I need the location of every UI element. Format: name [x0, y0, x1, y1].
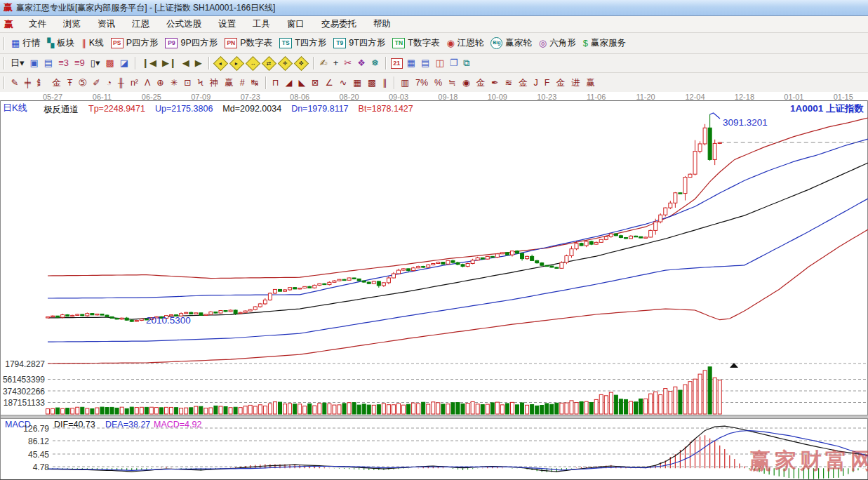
- shen-tool-button[interactable]: 神: [206, 76, 222, 90]
- volume-bar: [446, 404, 450, 414]
- calculator-button[interactable]: ▦: [404, 57, 418, 69]
- toolbar-button-4[interactable]: P99P四方形: [161, 36, 221, 51]
- brush-tool-button[interactable]: ✒: [488, 76, 502, 90]
- export-button[interactable]: ❐: [447, 57, 461, 69]
- calendar-button[interactable]: 21: [391, 58, 403, 69]
- chart-area[interactable]: 05-2706-1106-2507-0907-2308-0608-2009-03…: [0, 92, 868, 480]
- candle-body: [693, 152, 697, 175]
- volume-bar: [91, 409, 94, 414]
- fractal-tool-button[interactable]: ❅: [368, 57, 382, 69]
- pane-separator[interactable]: [1, 415, 868, 419]
- wave-gold-button[interactable]: ≋: [502, 76, 515, 90]
- expand-all-button[interactable]: ✛: [278, 55, 293, 70]
- gold-split-1-button[interactable]: 釒: [34, 76, 49, 90]
- angle-lines-button[interactable]: ∠: [322, 76, 336, 90]
- toolbar-button-11[interactable]: ◎六角形: [535, 36, 580, 51]
- toolbar-button-12[interactable]: $赢家服务: [580, 36, 629, 51]
- thin-candle-dropdown-button[interactable]: ▯▾: [88, 57, 103, 69]
- toolbar-button-9[interactable]: ◉江恩轮: [443, 36, 488, 51]
- compare-button[interactable]: ▩: [102, 57, 116, 69]
- last-page-button[interactable]: ▶❙: [159, 57, 180, 69]
- menu-item-9[interactable]: 帮助: [365, 18, 399, 30]
- percent-tool-button[interactable]: %: [432, 76, 446, 90]
- box-tool-button[interactable]: ⊓: [269, 76, 283, 90]
- cut-tool-button[interactable]: ✂: [341, 57, 354, 69]
- percent-table-button[interactable]: ▥: [398, 76, 413, 90]
- width-measure-button[interactable]: ↹: [248, 76, 261, 90]
- swap-horizontal-button[interactable]: ⇄: [262, 55, 276, 70]
- toolbar-button-5[interactable]: PNP数字表: [221, 36, 276, 51]
- menu-item-6[interactable]: 工具: [244, 18, 279, 30]
- notes-button[interactable]: ▤: [418, 57, 432, 69]
- bars-9-button[interactable]: ≡9: [72, 57, 88, 69]
- color-chart-button[interactable]: ◪: [117, 57, 131, 69]
- bars-3-button[interactable]: ≡3: [55, 57, 72, 69]
- grid-b-button[interactable]: ▩: [365, 76, 380, 90]
- toolbar-button-2[interactable]: ∥K线: [78, 36, 107, 51]
- t-line-button[interactable]: Ŧ: [64, 76, 76, 90]
- gold-speed-button[interactable]: 金: [553, 76, 568, 90]
- gold-split-2-button[interactable]: 金: [49, 76, 65, 90]
- window-layout-button[interactable]: ▣: [27, 57, 41, 69]
- toolbar-button-6[interactable]: TST四方形: [276, 36, 330, 51]
- expand-horizontal-button[interactable]: ↔: [246, 55, 260, 70]
- fan-lines-down-button[interactable]: ◣: [295, 76, 309, 90]
- first-page-button[interactable]: ❙◀: [139, 57, 159, 69]
- save-button[interactable]: ◫: [432, 57, 446, 69]
- ying-tool-button[interactable]: 赢: [222, 76, 237, 90]
- draw-compass-button[interactable]: ✐: [89, 76, 102, 90]
- toolbar-button-10[interactable]: Big赢家轮: [487, 36, 535, 51]
- shift-right-button[interactable]: ▸: [229, 55, 244, 70]
- menu-item-1[interactable]: 浏览: [55, 18, 89, 30]
- gann-tool-button[interactable]: ❖: [354, 57, 368, 69]
- j-angle-button[interactable]: J: [530, 76, 541, 90]
- candle-style-dropdown-button[interactable]: 日▾: [8, 57, 27, 69]
- gold-lines-button[interactable]: 金: [473, 76, 488, 90]
- wave-tool-button[interactable]: ∿: [336, 76, 349, 90]
- menu-item-5[interactable]: 设置: [210, 18, 244, 30]
- time-cycle-button[interactable]: ◔: [103, 76, 115, 90]
- hand-tool-button[interactable]: ✍: [317, 57, 330, 69]
- menu-item-3[interactable]: 江恩: [123, 18, 158, 30]
- parallel-lines-button[interactable]: ∥: [379, 76, 389, 90]
- shift-left-button[interactable]: ◂: [213, 55, 228, 70]
- candle-body: [338, 279, 341, 281]
- angle-mirror-button[interactable]: Λ: [142, 76, 154, 90]
- menu-item-2[interactable]: 资讯: [89, 18, 123, 30]
- page-forward-button[interactable]: ▶: [192, 57, 205, 69]
- center-view-button[interactable]: ✜: [294, 55, 309, 70]
- grid-123-button[interactable]: #: [236, 76, 248, 90]
- f-angle-button[interactable]: F: [541, 76, 553, 90]
- circle-cross-button[interactable]: ⊕: [154, 76, 167, 90]
- shaded-box-button[interactable]: ⊠: [309, 76, 322, 90]
- five-segment-button[interactable]: ➄: [76, 76, 89, 90]
- toolbar-button-0[interactable]: ▦行情: [8, 36, 44, 51]
- star-cycle-button[interactable]: ✳: [167, 76, 180, 90]
- percent-lines-button[interactable]: ≒: [446, 76, 460, 90]
- draw-pencil-button[interactable]: ✎: [8, 76, 21, 90]
- gold-angle-button[interactable]: 金: [516, 76, 531, 90]
- crosshair-tool-button[interactable]: +: [330, 57, 342, 69]
- speed-resist-2-button[interactable]: 赢: [583, 76, 599, 90]
- toolbar-button-7[interactable]: T99T四方形: [330, 36, 389, 51]
- menu-item-0[interactable]: 文件: [20, 18, 55, 30]
- seven-percent-button[interactable]: 7%: [412, 76, 431, 90]
- toolbar-button-8[interactable]: TNT数字表: [389, 36, 443, 51]
- toolbar-button-1[interactable]: ▚板块: [44, 36, 78, 51]
- page-back-button[interactable]: ◀: [180, 57, 192, 69]
- square-of-n-button[interactable]: n²: [127, 76, 141, 90]
- menu-item-4[interactable]: 公式选股: [158, 18, 210, 30]
- toolbar-button-3[interactable]: PSP四方形: [107, 36, 162, 51]
- fan-lines-up-button[interactable]: ◢: [282, 76, 295, 90]
- grid-a-button[interactable]: ▦: [350, 76, 365, 90]
- menu-item-8[interactable]: 交易委托: [313, 18, 365, 30]
- gann-line-1-button[interactable]: ╪: [21, 76, 34, 90]
- speed-resist-1-button[interactable]: 进: [568, 76, 583, 90]
- print-button[interactable]: ⧉: [460, 57, 472, 69]
- quote-list-button[interactable]: ▤: [41, 57, 55, 69]
- price-grid-button[interactable]: ╫: [115, 76, 128, 90]
- square-cycle-button[interactable]: ⊡: [181, 76, 194, 90]
- gold-circle-button[interactable]: ◉: [459, 76, 473, 90]
- menu-item-7[interactable]: 窗口: [279, 18, 313, 30]
- k-marker-button[interactable]: Ϟ: [194, 76, 206, 90]
